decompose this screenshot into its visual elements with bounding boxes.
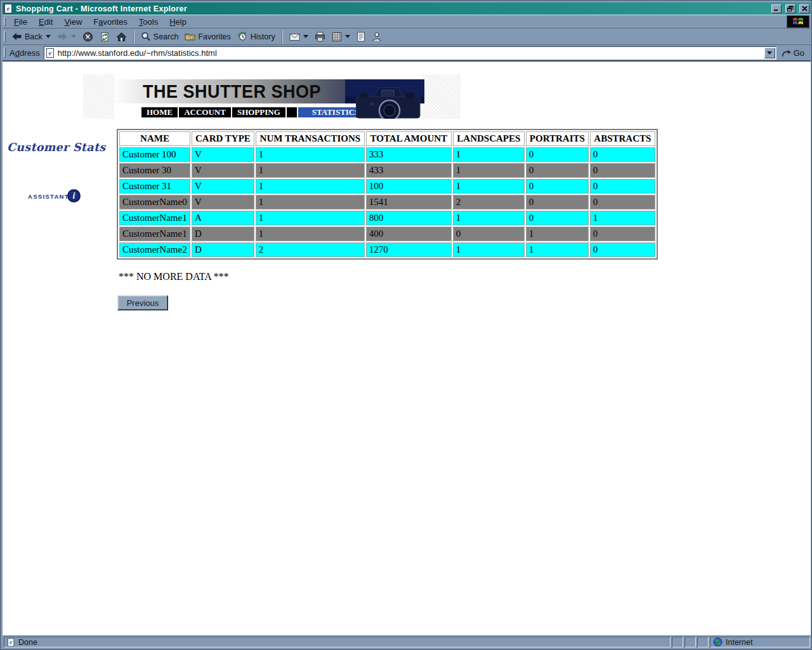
menu-tools[interactable]: Tools bbox=[133, 16, 164, 28]
column-header: CARD TYPE bbox=[192, 131, 254, 146]
address-input[interactable]: e http://www.stanford.edu/~rhm/statistic… bbox=[44, 46, 776, 60]
stop-icon bbox=[82, 32, 93, 42]
back-button[interactable]: Back bbox=[8, 29, 54, 44]
menu-edit[interactable]: Edit bbox=[33, 16, 58, 28]
assistant-info-icon[interactable]: i bbox=[67, 189, 81, 202]
table-row: Customer 100V1333100 bbox=[119, 147, 655, 162]
page-title: Customer Stats bbox=[7, 141, 105, 154]
table-cell: V bbox=[192, 147, 254, 162]
zone-text: Internet bbox=[726, 638, 752, 647]
table-cell: 1 bbox=[526, 227, 589, 241]
table-row: CustomerName1A1800101 bbox=[119, 211, 655, 225]
discuss-button[interactable] bbox=[353, 29, 369, 44]
table-cell: 1 bbox=[526, 242, 589, 257]
address-dropdown-button[interactable] bbox=[764, 48, 775, 58]
site-nav: HOMEACCOUNTSHOPPINGSTATISTICS bbox=[141, 107, 374, 117]
table-cell: 2 bbox=[256, 242, 365, 257]
addressbar-grip[interactable] bbox=[4, 48, 6, 58]
table-cell: 1 bbox=[453, 147, 525, 162]
table-cell: 1 bbox=[453, 179, 525, 194]
edit-button[interactable] bbox=[329, 29, 353, 44]
table-cell: 0 bbox=[526, 163, 589, 178]
menu-grip[interactable] bbox=[4, 17, 6, 26]
discuss-document-icon bbox=[357, 32, 365, 42]
status-pane-zone: Internet bbox=[710, 637, 810, 647]
ie-page-icon: e bbox=[4, 4, 13, 13]
banner-texture-right bbox=[422, 74, 461, 119]
toolbar-separator bbox=[133, 30, 134, 43]
mail-icon bbox=[289, 32, 300, 41]
stats-table-body: Customer 100V1333100Customer 30V1433100C… bbox=[119, 147, 655, 257]
nav-account[interactable]: ACCOUNT bbox=[179, 107, 231, 117]
table-row: Customer 31V1100100 bbox=[119, 179, 655, 194]
mail-button[interactable] bbox=[286, 29, 311, 44]
print-icon bbox=[315, 32, 325, 42]
table-cell: 2 bbox=[453, 195, 525, 209]
menu-help[interactable]: Help bbox=[164, 16, 192, 28]
column-header: ABSTRACTS bbox=[590, 131, 655, 146]
table-cell: 0 bbox=[453, 227, 525, 241]
table-cell: 1541 bbox=[366, 195, 452, 209]
print-button[interactable] bbox=[311, 29, 329, 44]
svg-text:e: e bbox=[7, 4, 10, 12]
close-button[interactable] bbox=[799, 4, 809, 13]
status-pane-empty bbox=[697, 637, 709, 647]
table-cell: A bbox=[192, 211, 254, 225]
table-cell: Customer 30 bbox=[119, 163, 190, 178]
edit-dropdown-caret[interactable] bbox=[345, 35, 350, 38]
status-pane-empty bbox=[684, 637, 696, 647]
previous-button[interactable]: Previous bbox=[117, 295, 168, 310]
ie-page-icon: e bbox=[46, 48, 55, 58]
stop-button[interactable] bbox=[79, 29, 96, 44]
nav-home[interactable]: HOME bbox=[141, 107, 178, 117]
home-button[interactable] bbox=[113, 29, 130, 44]
refresh-button[interactable] bbox=[96, 29, 113, 44]
table-cell: Customer 100 bbox=[119, 147, 190, 162]
table-cell: 333 bbox=[366, 147, 452, 162]
table-cell: 1 bbox=[256, 163, 365, 178]
restore-button[interactable] bbox=[785, 4, 796, 13]
table-cell: V bbox=[192, 163, 254, 178]
home-icon bbox=[116, 32, 127, 42]
no-more-data-text: *** NO MORE DATA *** bbox=[119, 271, 229, 282]
table-cell: CustomerName1 bbox=[119, 227, 190, 241]
address-label: Address bbox=[10, 48, 40, 58]
mail-dropdown-caret[interactable] bbox=[303, 35, 308, 38]
forward-arrow-icon bbox=[57, 32, 68, 41]
menu-view[interactable]: View bbox=[58, 16, 88, 28]
edit-icon bbox=[332, 32, 342, 42]
status-bar: e Done Internet bbox=[3, 635, 811, 649]
history-button[interactable]: History bbox=[234, 29, 278, 44]
windows-logo-throbber bbox=[787, 15, 809, 28]
nav-shopping[interactable]: SHOPPING bbox=[232, 107, 285, 117]
table-cell: V bbox=[192, 179, 254, 194]
toolbar-grip[interactable] bbox=[4, 31, 6, 43]
customer-stats-table: NAMECARD TYPENUM TRANSACTIONSTOTAL AMOUN… bbox=[117, 129, 658, 260]
search-button[interactable]: Search bbox=[138, 29, 182, 44]
table-cell: 0 bbox=[590, 163, 655, 178]
window-title: Shopping Cart - Microsoft Internet Explo… bbox=[16, 4, 768, 13]
back-dropdown-caret[interactable] bbox=[46, 35, 51, 38]
favorites-folder-icon bbox=[185, 32, 195, 41]
svg-text:e: e bbox=[48, 49, 51, 56]
status-pane-empty bbox=[672, 637, 683, 647]
banner-texture-left bbox=[83, 74, 114, 119]
title-bar: e Shopping Cart - Microsoft Internet Exp… bbox=[3, 3, 811, 15]
menu-file[interactable]: File bbox=[8, 16, 33, 28]
table-cell: 1 bbox=[256, 227, 365, 241]
refresh-icon bbox=[100, 32, 110, 42]
table-cell: Customer 31 bbox=[119, 179, 190, 194]
table-cell: 1 bbox=[256, 179, 365, 194]
menu-favorites[interactable]: Favorites bbox=[88, 16, 133, 28]
toolbar: Back bbox=[3, 29, 811, 45]
favorites-button[interactable]: Favorites bbox=[181, 29, 233, 44]
table-row: CustomerName2D21270110 bbox=[119, 242, 655, 257]
table-cell: 0 bbox=[590, 147, 655, 162]
forward-dropdown-caret bbox=[71, 35, 76, 38]
minimize-button[interactable] bbox=[771, 4, 782, 13]
forward-button[interactable] bbox=[54, 29, 79, 44]
go-button[interactable]: Go bbox=[776, 48, 811, 58]
table-cell: 0 bbox=[590, 242, 655, 257]
toolbar-separator bbox=[282, 30, 283, 43]
messenger-button[interactable] bbox=[369, 29, 385, 44]
